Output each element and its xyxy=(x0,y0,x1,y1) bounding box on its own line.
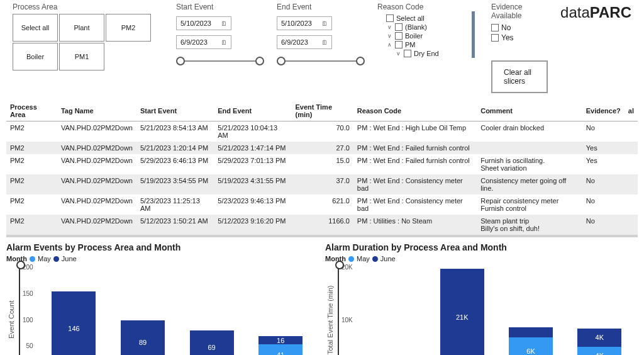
table-row[interactable]: PM2VAN.PHD.02PM2Down5/21/2023 1:20:14 PM… xyxy=(6,142,638,154)
legend-dot xyxy=(30,256,35,262)
y-axis-title: Total Event Time (min) xyxy=(325,264,335,355)
start-event-label: Start Event xyxy=(176,3,264,11)
table-row[interactable]: PM2VAN.PHD.02PM2Down5/12/2023 1:50:21 AM… xyxy=(6,215,638,235)
start-event-slider[interactable] xyxy=(176,57,264,65)
bar-group: 4116PM2 xyxy=(255,336,306,355)
chart-duration: Alarm Duration by Process Area and Month… xyxy=(325,242,638,355)
col-header[interactable]: Reason Code xyxy=(353,101,477,121)
chart-title: Alarm Duration by Process Area and Month xyxy=(325,242,638,252)
start-event-filter: Start Event 5/10/2023🗓 6/9/2023🗓 xyxy=(176,3,264,65)
end-event-filter: End Event 5/10/2023🗓 6/9/2023🗓 xyxy=(277,3,365,65)
bar-segment[interactable]: 89 xyxy=(121,320,165,355)
reason-item[interactable]: ∨Dry End xyxy=(377,49,472,58)
bar-group: 4K4KPM2 xyxy=(574,329,625,355)
col-header[interactable]: Process Area xyxy=(6,101,57,121)
y-axis-title: Event Count xyxy=(6,264,16,355)
slider-thumb-left[interactable] xyxy=(176,57,185,65)
reason-item[interactable]: ∨(Blank) xyxy=(377,23,472,31)
calendar-icon: 🗓 xyxy=(321,39,328,46)
bar-group: 69PM1 xyxy=(187,330,237,355)
checkbox-icon[interactable] xyxy=(395,23,402,31)
evidence-filter: Evidence Available NoYes Clear all slice… xyxy=(491,3,548,93)
checkbox-icon[interactable] xyxy=(395,41,402,48)
col-header[interactable]: Start Event xyxy=(136,101,214,121)
process-area-option[interactable]: PM1 xyxy=(59,43,104,70)
evidence-label: Evidence Available xyxy=(491,3,548,20)
legend-dot xyxy=(372,256,378,262)
checkbox-icon[interactable] xyxy=(491,24,499,31)
bar-group: 146Boiler xyxy=(48,291,99,355)
chevron-icon: ∨ xyxy=(395,50,401,57)
reason-item[interactable]: Select all xyxy=(377,14,472,23)
slider-thumb-right[interactable] xyxy=(255,57,264,65)
col-header[interactable]: Tag Name xyxy=(57,101,136,121)
process-area-filter: Process Area Select allPlantPM2BoilerPM1 xyxy=(13,3,151,70)
y-axis: 200150100500 xyxy=(19,264,36,355)
table-row[interactable]: PM2VAN.PHD.02PM2Down5/29/2023 6:46:13 PM… xyxy=(6,154,638,174)
process-area-option[interactable]: Boiler xyxy=(13,43,58,70)
start-event-to[interactable]: 6/9/2023🗓 xyxy=(176,35,231,49)
slider-thumb-right[interactable] xyxy=(356,57,365,65)
y-axis: 20K10K0K xyxy=(338,264,355,355)
slider-thumb-left[interactable] xyxy=(277,57,286,65)
legend-dot xyxy=(348,256,354,262)
checkbox-icon[interactable] xyxy=(404,50,411,57)
evidence-option[interactable]: No xyxy=(491,23,548,33)
table-row[interactable]: PM2VAN.PHD.02PM2Down5/19/2023 3:54:55 PM… xyxy=(6,174,638,194)
end-event-label: End Event xyxy=(277,3,365,11)
checkbox-icon[interactable] xyxy=(386,14,394,22)
bar-segment[interactable]: 21K xyxy=(440,269,484,355)
table-row[interactable]: PM2VAN.PHD.02PM2Down5/23/2023 11:25:13 A… xyxy=(6,194,638,215)
reason-item[interactable]: ∧PM xyxy=(377,40,472,49)
bar-segment[interactable]: 6K xyxy=(509,337,553,355)
table-row[interactable]: PM2VAN.PHD.02PM2Down5/21/2023 8:54:13 AM… xyxy=(6,121,638,142)
process-area-option[interactable]: PM2 xyxy=(106,14,151,42)
reason-accent-bar xyxy=(472,11,475,58)
end-event-from[interactable]: 5/10/2023🗓 xyxy=(277,16,332,30)
bar-segment[interactable]: 4K xyxy=(577,347,621,355)
bar-segment[interactable]: 69 xyxy=(190,330,234,355)
calendar-icon: 🗓 xyxy=(321,20,328,27)
chart-bars: 146Boiler89Plant69PM14116PM2 xyxy=(36,264,319,355)
bar-segment[interactable]: 146 xyxy=(52,291,96,355)
start-event-from[interactable]: 5/10/2023🗓 xyxy=(176,16,231,30)
chevron-icon: ∨ xyxy=(386,33,392,39)
chart-events: Alarm Events by Process Area and MonthMo… xyxy=(6,242,319,355)
bar-group: 89Plant xyxy=(118,320,168,355)
chart-title: Alarm Events by Process Area and Month xyxy=(6,242,319,252)
charts-row: Alarm Events by Process Area and MonthMo… xyxy=(0,237,644,355)
col-header[interactable]: Comment xyxy=(477,101,582,121)
checkbox-icon[interactable] xyxy=(395,32,402,40)
end-event-slider[interactable] xyxy=(277,57,365,65)
logo: dataPARC xyxy=(560,3,631,21)
bar-group: 21KPlant xyxy=(437,269,487,355)
chart-legend: Month May June xyxy=(325,255,638,262)
events-table: Process AreaTag NameStart EventEnd Event… xyxy=(6,101,638,235)
process-area-label: Process Area xyxy=(13,3,151,11)
bar-segment[interactable] xyxy=(509,327,553,337)
bar-group: 6KPM1 xyxy=(506,327,556,355)
reason-code-filter: Reason Code Select all∨(Blank)∨Boiler∧PM… xyxy=(377,3,472,58)
checkbox-icon[interactable] xyxy=(491,34,499,42)
bar-segment[interactable]: 16 xyxy=(258,336,303,344)
reason-code-filter-wrap: Reason Code Select all∨(Blank)∨Boiler∧PM… xyxy=(377,3,479,58)
col-header[interactable]: Event Time (min) xyxy=(292,101,353,121)
chevron-icon: ∨ xyxy=(386,24,392,30)
clear-slicers-button[interactable]: Clear all slicers xyxy=(491,60,548,93)
end-event-to[interactable]: 6/9/2023🗓 xyxy=(277,35,332,49)
chart-bars: Boiler21KPlant6KPM14K4KPM2 xyxy=(355,264,638,355)
reason-item[interactable]: ∨Boiler xyxy=(377,31,472,40)
process-area-option[interactable]: Plant xyxy=(59,14,104,42)
filter-bar: Process Area Select allPlantPM2BoilerPM1… xyxy=(0,0,644,98)
col-header[interactable]: al xyxy=(625,101,638,121)
bar-segment[interactable]: 41 xyxy=(258,344,303,355)
col-header[interactable]: Evidence? xyxy=(582,101,625,121)
calendar-icon: 🗓 xyxy=(221,20,227,27)
col-header[interactable]: End Event xyxy=(214,101,291,121)
chart-legend: Month May June xyxy=(6,255,319,262)
evidence-option[interactable]: Yes xyxy=(491,33,548,43)
legend-dot xyxy=(53,256,59,262)
bar-segment[interactable]: 4K xyxy=(577,329,621,347)
process-area-option[interactable]: Select all xyxy=(13,14,58,42)
reason-code-label: Reason Code xyxy=(377,3,472,11)
